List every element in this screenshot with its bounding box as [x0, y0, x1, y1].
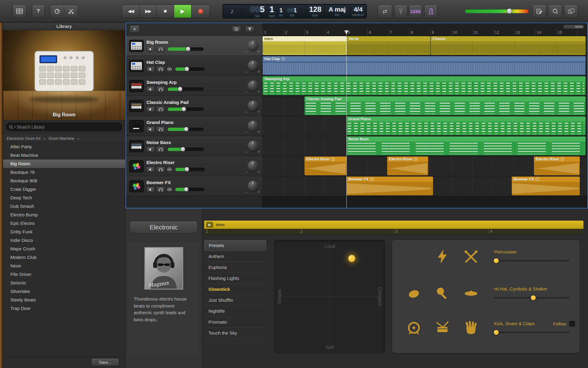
- rewind-button[interactable]: ◀◀: [122, 5, 139, 18]
- pan-knob[interactable]: [248, 60, 258, 71]
- lane-sweeping-arp[interactable]: Sweeping Arp: [263, 76, 588, 96]
- preset-item-selected[interactable]: Glowstick: [204, 284, 266, 295]
- volume-slider[interactable]: [175, 67, 205, 71]
- kick-slider[interactable]: [494, 332, 569, 333]
- mute-button[interactable]: [146, 167, 155, 172]
- patch-list-item-selected[interactable]: Big Room: [3, 160, 125, 168]
- mute-button[interactable]: [146, 86, 155, 92]
- lcd-key-segment[interactable]: A majkey: [325, 4, 350, 18]
- shaker-icon[interactable]: [406, 286, 422, 301]
- volume-thumb[interactable]: [181, 147, 185, 152]
- catch-playhead-button[interactable]: [245, 26, 254, 32]
- lcd-mode-segment[interactable]: ♪: [223, 4, 242, 18]
- preset-item[interactable]: Nightlife: [204, 306, 266, 317]
- pan-knob[interactable]: [248, 161, 258, 171]
- preset-item[interactable]: Prismatic: [204, 317, 266, 328]
- cycle-button[interactable]: ⇄: [378, 5, 392, 18]
- drumsticks-icon[interactable]: [463, 249, 479, 264]
- track-header-classic-analog-pad[interactable]: Classic Analog Pad LR: [126, 96, 263, 116]
- mute-button[interactable]: [146, 106, 155, 112]
- stop-button[interactable]: ■: [157, 5, 174, 18]
- volume-slider[interactable]: [168, 108, 204, 111]
- region-electro-riser[interactable]: Electro Riser: [304, 156, 346, 175]
- region-electro-riser[interactable]: Electro Riser: [387, 156, 428, 175]
- master-volume-thumb[interactable]: [507, 8, 512, 14]
- mixer-view-button[interactable]: [232, 26, 241, 32]
- zoom-slider[interactable]: [563, 25, 584, 29]
- region-intro[interactable]: Intro: [263, 36, 346, 55]
- patch-list-item[interactable]: Electro Bump: [3, 211, 125, 219]
- patch-list-item[interactable]: Beat Machine: [3, 151, 125, 160]
- lane-grand-piano[interactable]: Grand Piano: [263, 116, 588, 136]
- editor-ruler[interactable]: 1 2 3 4: [204, 229, 583, 234]
- volume-thumb[interactable]: [186, 46, 191, 51]
- region-boomer-fx[interactable]: Boomer FX: [512, 177, 580, 195]
- lcd-tempo-segment[interactable]: 128bpm: [306, 4, 325, 18]
- region-sweeping-arp[interactable]: Sweeping Arp: [263, 76, 586, 95]
- pan-knob[interactable]: [248, 81, 258, 91]
- input-monitor-button[interactable]: [167, 66, 172, 72]
- quick-help-button[interactable]: ?: [32, 5, 45, 18]
- presets-header[interactable]: Presets: [204, 240, 266, 251]
- volume-slider[interactable]: [168, 128, 204, 131]
- lcd-display[interactable]: ♪ 005bar 1beat 1div 001tick 128bpm A maj…: [222, 4, 367, 19]
- preset-item[interactable]: Anthem: [204, 251, 266, 262]
- track-header-grand-piano[interactable]: Grand Piano LR: [126, 116, 263, 136]
- volume-slider[interactable]: [175, 188, 205, 191]
- mute-button[interactable]: [146, 46, 155, 52]
- patch-list-item[interactable]: Crate Digger: [3, 185, 125, 194]
- mute-button[interactable]: [146, 187, 155, 192]
- region-noise-bass[interactable]: Noise Bass: [346, 136, 586, 155]
- volume-thumb[interactable]: [184, 167, 189, 172]
- lane-big-room[interactable]: Intro Verse Chorus: [263, 36, 588, 56]
- master-volume-slider[interactable]: [465, 9, 529, 13]
- library-toggle-button[interactable]: [12, 5, 26, 18]
- patch-list-item[interactable]: Pile Driver: [3, 270, 125, 279]
- patch-list-item[interactable]: After Party: [3, 143, 125, 151]
- xy-pad[interactable]: Loud Soft Simple Complex: [274, 240, 385, 353]
- mute-button[interactable]: [146, 146, 155, 152]
- solo-button[interactable]: [156, 66, 165, 72]
- solo-button[interactable]: [156, 126, 165, 132]
- lane-hat-clap[interactable]: Hat Clap: [263, 56, 588, 76]
- electronic-fx-icon[interactable]: [435, 249, 450, 264]
- track-header-sweeping-arp[interactable]: Sweeping Arp LR: [126, 76, 263, 96]
- patch-list-item[interactable]: Gritty Funk: [3, 228, 125, 236]
- region-grand-piano[interactable]: Grand Piano: [346, 116, 586, 135]
- lcd-signature-segment[interactable]: 4/4signature: [350, 4, 366, 18]
- patch-list-item[interactable]: Major Crush: [3, 245, 125, 253]
- follow-checkbox[interactable]: [569, 321, 575, 327]
- patch-list-item[interactable]: Boutique 78: [3, 168, 125, 177]
- metronome-button[interactable]: [424, 5, 438, 18]
- play-button[interactable]: ▶: [174, 5, 191, 18]
- library-search[interactable]: ▾: [6, 123, 122, 131]
- pan-knob[interactable]: [248, 40, 258, 51]
- region-play-button[interactable]: ▶: [206, 222, 213, 228]
- pan-knob[interactable]: [248, 121, 258, 131]
- percussion-slider-thumb[interactable]: [494, 258, 499, 263]
- hihat-slider-thumb[interactable]: [531, 295, 536, 300]
- track-header-noise-bass[interactable]: Noise Bass LR: [126, 136, 263, 156]
- volume-slider[interactable]: [168, 148, 204, 151]
- volume-thumb[interactable]: [184, 127, 189, 132]
- pan-knob[interactable]: [248, 181, 258, 191]
- preset-item[interactable]: Euphoria: [204, 262, 266, 273]
- patch-list-item[interactable]: Seismic: [3, 279, 125, 287]
- solo-button[interactable]: [156, 146, 165, 152]
- volume-thumb[interactable]: [184, 187, 189, 192]
- patch-list-item[interactable]: Deep Tech: [3, 194, 125, 202]
- percussion-slider[interactable]: [494, 260, 569, 261]
- volume-thumb[interactable]: [178, 87, 183, 91]
- patch-list-item[interactable]: Steely Beats: [3, 296, 125, 304]
- media-browser-button[interactable]: [564, 5, 578, 18]
- snare-drum-icon[interactable]: [435, 320, 450, 336]
- region-verse[interactable]: Verse: [347, 36, 430, 55]
- timeline-ruler[interactable]: 1 2 3 4 5 6 7 8 9 10 11 12 13 14 15: [263, 22, 588, 36]
- track-header-electro-riser[interactable]: Electro Riser LR: [126, 156, 263, 176]
- cymbal-icon[interactable]: [463, 286, 479, 301]
- loop-browser-button[interactable]: [548, 5, 562, 18]
- patch-list-item[interactable]: Neon: [3, 262, 125, 270]
- search-input[interactable]: [17, 125, 119, 129]
- note-pad-button[interactable]: [532, 5, 546, 18]
- add-track-button[interactable]: +: [130, 25, 139, 33]
